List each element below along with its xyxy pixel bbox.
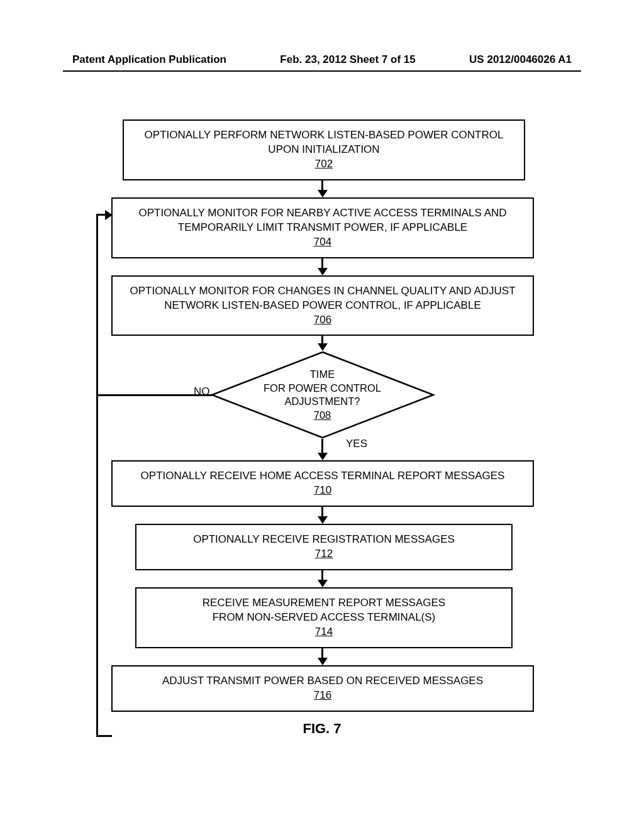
step-714-text2: FROM NON-SERVED ACCESS TERMINAL(S) — [149, 611, 499, 625]
step-702-num: 702 — [136, 157, 511, 172]
step-706-num: 706 — [125, 313, 520, 328]
step-714-num: 714 — [149, 625, 499, 639]
connector — [321, 507, 323, 516]
arrow-down-icon — [318, 190, 328, 197]
header-left: Patent Application Publication — [72, 53, 226, 66]
step-710-text: OPTIONALLY RECEIVE HOME ACCESS TERMINAL … — [125, 469, 520, 484]
connector — [321, 648, 323, 658]
decision-no-label: NO — [194, 385, 210, 398]
step-702-text: OPTIONALLY PERFORM NETWORK LISTEN-BASED … — [136, 128, 511, 157]
step-704: OPTIONALLY MONITOR FOR NEARBY ACTIVE ACC… — [111, 197, 534, 258]
step-710: OPTIONALLY RECEIVE HOME ACCESS TERMINAL … — [111, 460, 534, 507]
step-712: OPTIONALLY RECEIVE REGISTRATION MESSAGES… — [135, 524, 513, 570]
connector — [321, 258, 323, 268]
arrow-down-icon — [318, 516, 328, 524]
decision-708: TIME FOR POWER CONTROL ADJUSTMENT? 708 N… — [97, 351, 547, 439]
header-rule — [63, 70, 581, 72]
header-right: US 2012/0046026 A1 — [469, 53, 572, 66]
step-716: ADJUST TRANSMIT POWER BASED ON RECEIVED … — [111, 665, 534, 712]
step-704-num: 704 — [125, 235, 520, 250]
decision-708-num: 708 — [314, 409, 331, 421]
figure-caption: FIG. 7 — [0, 721, 644, 737]
step-706-text: OPTIONALLY MONITOR FOR CHANGES IN CHANNE… — [125, 284, 520, 313]
step-706: OPTIONALLY MONITOR FOR CHANGES IN CHANNE… — [111, 275, 534, 336]
step-714-text1: RECEIVE MEASUREMENT REPORT MESSAGES — [149, 596, 499, 611]
arrow-down-icon — [318, 453, 328, 460]
arrow-down-icon — [318, 580, 328, 587]
header-center: Feb. 23, 2012 Sheet 7 of 15 — [280, 53, 415, 66]
step-716-text: ADJUST TRANSMIT POWER BASED ON RECEIVED … — [125, 674, 520, 689]
arrow-down-icon — [318, 268, 328, 275]
step-704-text: OPTIONALLY MONITOR FOR NEARBY ACTIVE ACC… — [125, 206, 520, 235]
step-712-num: 712 — [149, 547, 499, 562]
loopback-line-vertical — [96, 215, 98, 737]
connector — [321, 180, 323, 190]
connector — [321, 570, 323, 580]
step-716-num: 716 — [125, 689, 520, 703]
step-712-text: OPTIONALLY RECEIVE REGISTRATION MESSAGES — [149, 533, 499, 547]
header: Patent Application Publication Feb. 23, … — [72, 53, 572, 66]
decision-line3: ADJUSTMENT? — [284, 396, 360, 407]
decision-line1: TIME — [310, 369, 335, 380]
decision-708-text: TIME FOR POWER CONTROL ADJUSTMENT? 708 — [241, 368, 404, 423]
step-702: OPTIONALLY PERFORM NETWORK LISTEN-BASED … — [123, 119, 525, 180]
connector — [321, 336, 323, 343]
connector — [321, 439, 323, 453]
step-714: RECEIVE MEASUREMENT REPORT MESSAGES FROM… — [135, 587, 513, 648]
decision-yes-label: YES — [346, 438, 367, 450]
arrow-down-icon — [318, 658, 328, 665]
arrow-down-icon — [318, 343, 328, 351]
flowchart: OPTIONALLY PERFORM NETWORK LISTEN-BASED … — [97, 119, 547, 712]
decision-line2: FOR POWER CONTROL — [264, 382, 381, 394]
step-710-num: 710 — [125, 484, 520, 498]
